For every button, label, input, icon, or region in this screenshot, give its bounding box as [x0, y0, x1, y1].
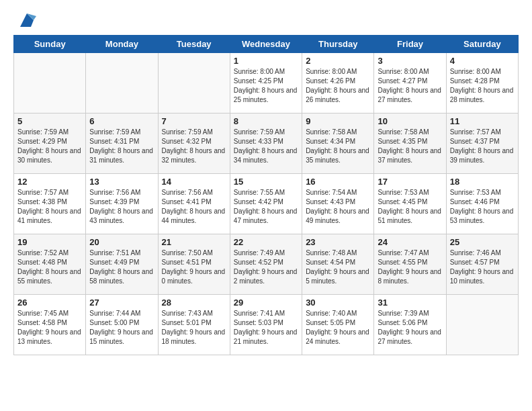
calendar-cell: 15Sunrise: 7:55 AM Sunset: 4:42 PM Dayli…: [230, 174, 302, 234]
day-number: 18: [450, 177, 515, 187]
calendar-week-row: 1Sunrise: 8:00 AM Sunset: 4:25 PM Daylig…: [14, 53, 519, 113]
page: SundayMondayTuesdayWednesdayThursdayFrid…: [0, 0, 532, 411]
day-header-friday: Friday: [374, 36, 446, 53]
day-number: 7: [162, 116, 226, 126]
day-number: 13: [89, 177, 154, 187]
calendar-cell: 9Sunrise: 7:58 AM Sunset: 4:34 PM Daylig…: [302, 113, 374, 174]
calendar-week-row: 5Sunrise: 7:59 AM Sunset: 4:29 PM Daylig…: [14, 113, 519, 174]
day-number: 12: [17, 177, 82, 187]
day-number: 5: [17, 116, 82, 126]
calendar-cell: 16Sunrise: 7:54 AM Sunset: 4:43 PM Dayli…: [302, 174, 374, 234]
day-number: 4: [450, 56, 515, 66]
day-header-row: SundayMondayTuesdayWednesdayThursdayFrid…: [14, 36, 519, 53]
day-header-monday: Monday: [86, 36, 158, 53]
calendar-cell: 20Sunrise: 7:51 AM Sunset: 4:49 PM Dayli…: [86, 234, 158, 295]
day-header-saturday: Saturday: [446, 36, 518, 53]
day-header-tuesday: Tuesday: [158, 36, 230, 53]
calendar-cell: 4Sunrise: 8:00 AM Sunset: 4:28 PM Daylig…: [446, 53, 518, 113]
calendar-cell: 27Sunrise: 7:44 AM Sunset: 5:00 PM Dayli…: [86, 295, 158, 355]
day-number: 9: [306, 116, 370, 126]
day-number: 6: [89, 116, 154, 126]
cell-content: Sunrise: 7:40 AM Sunset: 5:05 PM Dayligh…: [306, 309, 370, 347]
day-number: 30: [306, 298, 370, 308]
cell-content: Sunrise: 8:00 AM Sunset: 4:26 PM Dayligh…: [306, 67, 370, 105]
day-number: 11: [450, 116, 515, 126]
cell-content: Sunrise: 8:00 AM Sunset: 4:28 PM Dayligh…: [450, 67, 515, 105]
day-number: 16: [306, 177, 370, 187]
calendar-cell: 3Sunrise: 8:00 AM Sunset: 4:27 PM Daylig…: [374, 53, 446, 113]
calendar-table: SundayMondayTuesdayWednesdayThursdayFrid…: [13, 35, 519, 355]
day-number: 25: [450, 237, 515, 247]
day-number: 27: [89, 298, 154, 308]
calendar-cell: 17Sunrise: 7:53 AM Sunset: 4:45 PM Dayli…: [374, 174, 446, 234]
calendar-cell: 19Sunrise: 7:52 AM Sunset: 4:48 PM Dayli…: [14, 234, 86, 295]
calendar-week-row: 19Sunrise: 7:52 AM Sunset: 4:48 PM Dayli…: [14, 234, 519, 295]
calendar-cell: 12Sunrise: 7:57 AM Sunset: 4:38 PM Dayli…: [14, 174, 86, 234]
day-number: 28: [162, 298, 226, 308]
calendar-cell: [446, 295, 518, 355]
day-number: 10: [378, 116, 442, 126]
calendar-cell: [158, 53, 230, 113]
cell-content: Sunrise: 7:52 AM Sunset: 4:48 PM Dayligh…: [17, 248, 82, 286]
cell-content: Sunrise: 7:58 AM Sunset: 4:35 PM Dayligh…: [378, 128, 442, 165]
cell-content: Sunrise: 7:53 AM Sunset: 4:45 PM Dayligh…: [378, 188, 442, 226]
day-header-wednesday: Wednesday: [230, 36, 302, 53]
cell-content: Sunrise: 7:49 AM Sunset: 4:52 PM Dayligh…: [234, 248, 298, 286]
day-header-thursday: Thursday: [302, 36, 374, 53]
calendar-cell: 25Sunrise: 7:46 AM Sunset: 4:57 PM Dayli…: [446, 234, 518, 295]
calendar-cell: [86, 53, 158, 113]
header: [13, 11, 519, 30]
cell-content: Sunrise: 7:59 AM Sunset: 4:33 PM Dayligh…: [234, 128, 298, 165]
day-header-sunday: Sunday: [14, 36, 86, 53]
calendar-cell: 7Sunrise: 7:59 AM Sunset: 4:32 PM Daylig…: [158, 113, 230, 174]
day-number: 21: [162, 237, 226, 247]
cell-content: Sunrise: 7:39 AM Sunset: 5:06 PM Dayligh…: [378, 309, 442, 347]
day-number: 1: [234, 56, 298, 66]
calendar-cell: 31Sunrise: 7:39 AM Sunset: 5:06 PM Dayli…: [374, 295, 446, 355]
cell-content: Sunrise: 7:58 AM Sunset: 4:34 PM Dayligh…: [306, 128, 370, 165]
calendar-cell: 8Sunrise: 7:59 AM Sunset: 4:33 PM Daylig…: [230, 113, 302, 174]
day-number: 19: [17, 237, 82, 247]
calendar-cell: 13Sunrise: 7:56 AM Sunset: 4:39 PM Dayli…: [86, 174, 158, 234]
cell-content: Sunrise: 7:50 AM Sunset: 4:51 PM Dayligh…: [162, 248, 226, 286]
day-number: 31: [378, 298, 442, 308]
calendar-cell: 30Sunrise: 7:40 AM Sunset: 5:05 PM Dayli…: [302, 295, 374, 355]
cell-content: Sunrise: 7:55 AM Sunset: 4:42 PM Dayligh…: [234, 188, 298, 226]
calendar-cell: 11Sunrise: 7:57 AM Sunset: 4:37 PM Dayli…: [446, 113, 518, 174]
cell-content: Sunrise: 7:54 AM Sunset: 4:43 PM Dayligh…: [306, 188, 370, 226]
cell-content: Sunrise: 7:44 AM Sunset: 5:00 PM Dayligh…: [89, 309, 154, 347]
cell-content: Sunrise: 7:56 AM Sunset: 4:41 PM Dayligh…: [162, 188, 226, 226]
calendar-cell: 24Sunrise: 7:47 AM Sunset: 4:55 PM Dayli…: [374, 234, 446, 295]
calendar-week-row: 26Sunrise: 7:45 AM Sunset: 4:58 PM Dayli…: [14, 295, 519, 355]
cell-content: Sunrise: 7:59 AM Sunset: 4:31 PM Dayligh…: [89, 128, 154, 165]
day-number: 26: [17, 298, 82, 308]
calendar-week-row: 12Sunrise: 7:57 AM Sunset: 4:38 PM Dayli…: [14, 174, 519, 234]
day-number: 24: [378, 237, 442, 247]
cell-content: Sunrise: 7:57 AM Sunset: 4:38 PM Dayligh…: [17, 188, 82, 226]
calendar-cell: 14Sunrise: 7:56 AM Sunset: 4:41 PM Dayli…: [158, 174, 230, 234]
cell-content: Sunrise: 8:00 AM Sunset: 4:25 PM Dayligh…: [234, 67, 298, 105]
cell-content: Sunrise: 7:53 AM Sunset: 4:46 PM Dayligh…: [450, 188, 515, 226]
calendar-cell: 22Sunrise: 7:49 AM Sunset: 4:52 PM Dayli…: [230, 234, 302, 295]
calendar-cell: [14, 53, 86, 113]
calendar-cell: 2Sunrise: 8:00 AM Sunset: 4:26 PM Daylig…: [302, 53, 374, 113]
calendar-cell: 1Sunrise: 8:00 AM Sunset: 4:25 PM Daylig…: [230, 53, 302, 113]
calendar-cell: 26Sunrise: 7:45 AM Sunset: 4:58 PM Dayli…: [14, 295, 86, 355]
day-number: 2: [306, 56, 370, 66]
calendar-cell: 21Sunrise: 7:50 AM Sunset: 4:51 PM Dayli…: [158, 234, 230, 295]
logo-icon: [17, 11, 36, 30]
cell-content: Sunrise: 7:43 AM Sunset: 5:01 PM Dayligh…: [162, 309, 226, 347]
cell-content: Sunrise: 7:47 AM Sunset: 4:55 PM Dayligh…: [378, 248, 442, 286]
cell-content: Sunrise: 7:57 AM Sunset: 4:37 PM Dayligh…: [450, 128, 515, 165]
cell-content: Sunrise: 7:46 AM Sunset: 4:57 PM Dayligh…: [450, 248, 515, 286]
cell-content: Sunrise: 7:41 AM Sunset: 5:03 PM Dayligh…: [234, 309, 298, 347]
cell-content: Sunrise: 7:48 AM Sunset: 4:54 PM Dayligh…: [306, 248, 370, 286]
cell-content: Sunrise: 7:45 AM Sunset: 4:58 PM Dayligh…: [17, 309, 82, 347]
day-number: 17: [378, 177, 442, 187]
cell-content: Sunrise: 8:00 AM Sunset: 4:27 PM Dayligh…: [378, 67, 442, 105]
day-number: 29: [234, 298, 298, 308]
day-number: 8: [234, 116, 298, 126]
calendar-cell: 18Sunrise: 7:53 AM Sunset: 4:46 PM Dayli…: [446, 174, 518, 234]
calendar-cell: 6Sunrise: 7:59 AM Sunset: 4:31 PM Daylig…: [86, 113, 158, 174]
day-number: 15: [234, 177, 298, 187]
